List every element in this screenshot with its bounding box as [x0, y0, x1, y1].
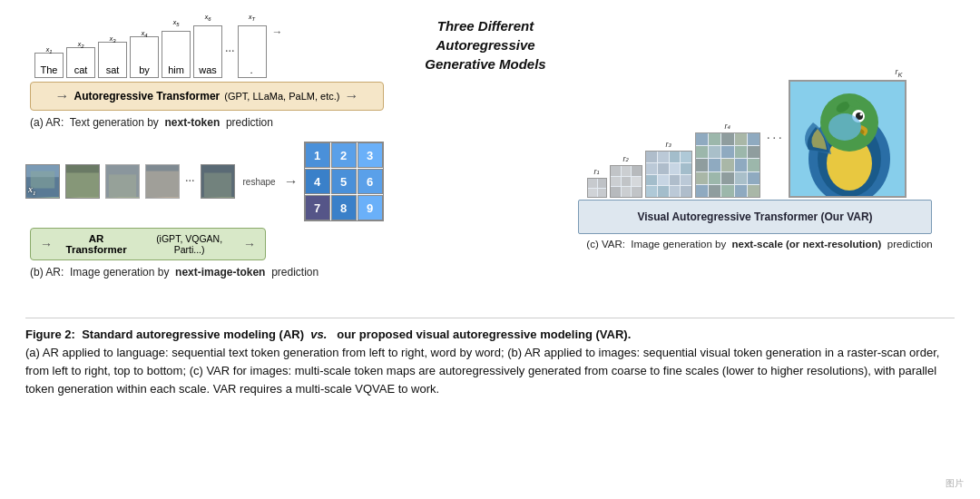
- title-area: Three Different Autoregressive Generativ…: [407, 16, 564, 73]
- svg-rect-8: [146, 171, 179, 197]
- caption-a-bold: next-token: [165, 116, 220, 129]
- label-r4: r₄: [695, 122, 760, 131]
- img-token-2: x2: [65, 164, 100, 199]
- transformer-b-sub: (iGPT, VQGAN, Parti...): [140, 233, 239, 255]
- image-token-row: x1 x1 x2 x3 x4 ···: [25, 142, 407, 221]
- img-token-3: x3: [105, 164, 140, 199]
- bottom-caption: Figure 2: Standard autoregressive modeli…: [25, 318, 955, 399]
- caption-b-end: prediction: [271, 266, 318, 279]
- token-super-t: xT: [249, 14, 255, 22]
- gc-7: 7: [305, 195, 330, 220]
- img-token-1: x1 x1: [25, 164, 60, 199]
- transformer-b-arrow-left: →: [40, 237, 53, 251]
- img-token-g: xg: [201, 164, 235, 199]
- svg-rect-6: [109, 174, 136, 197]
- token-the: x1 The: [34, 53, 64, 78]
- caption-a: (a) AR: Text generation by next-token pr…: [30, 116, 407, 129]
- figure-label: Figure 2:: [25, 328, 75, 341]
- token-super-2: x2: [78, 41, 84, 49]
- gc-9: 9: [358, 195, 383, 220]
- img-token-4: x4: [145, 164, 180, 199]
- label-r2: r₂: [610, 154, 642, 163]
- left-diagrams: x1 The x2 cat x3 sat x4: [25, 16, 407, 279]
- caption-c: (c) VAR: Image generation by next-scale …: [586, 239, 932, 250]
- scale-r3: r₃: [645, 140, 692, 198]
- var-visual: r₁ r₂: [578, 44, 941, 234]
- gc-5: 5: [331, 169, 357, 194]
- img-label-1: x1: [28, 184, 36, 197]
- transformer-b-arrow-right: →: [243, 237, 256, 251]
- caption-a-label: (a) AR:: [30, 116, 64, 129]
- token-dots: ···: [225, 44, 235, 59]
- token-cat: x2 cat: [66, 47, 95, 78]
- token-row-a: x1 The x2 cat x3 sat x4: [34, 25, 407, 78]
- caption-bold-part2: our proposed visual autoregressive model…: [337, 328, 631, 341]
- caption-b-bold: next-image-token: [175, 266, 265, 279]
- token-super-3: x3: [110, 35, 116, 44]
- label-rk: rK: [895, 67, 902, 79]
- diagram-title: Three Different Autoregressive Generativ…: [407, 16, 564, 73]
- token-was: x6 was: [193, 25, 222, 78]
- caption-vs: vs.: [310, 328, 327, 341]
- gc-2: 2: [331, 142, 357, 168]
- right-diagram: r₁ r₂: [564, 16, 955, 250]
- transformer-a-label: Autoregressive Transformer: [74, 90, 220, 103]
- diagram-b: x1 x1 x2 x3 x4 ···: [25, 142, 407, 279]
- box-r4: [695, 132, 760, 198]
- title-line2: Generative Models: [425, 56, 545, 72]
- svg-point-19: [828, 113, 861, 141]
- token-by: x4 by: [130, 36, 159, 78]
- caption-c-label: (c) VAR:: [586, 239, 625, 250]
- arrow-end-a: →: [272, 25, 283, 39]
- gc-8: 8: [331, 195, 357, 220]
- svg-rect-4: [66, 172, 99, 197]
- parrot-box: [789, 80, 906, 198]
- transformer-arrow: →: [55, 88, 70, 104]
- caption-c-end: prediction: [887, 239, 933, 250]
- reshape-arrow: →: [284, 173, 299, 190]
- gc-6: 6: [358, 169, 383, 194]
- box-r3: [645, 151, 692, 198]
- box-r1: [587, 178, 607, 198]
- token-sat-label: sat: [106, 64, 120, 75]
- diagram-a: x1 The x2 cat x3 sat x4: [25, 25, 407, 129]
- token-the-label: The: [41, 64, 58, 75]
- box-r2: [610, 165, 642, 198]
- scale-rk: rK: [789, 80, 906, 198]
- caption-b-label: (b) AR:: [30, 266, 64, 279]
- gc-3: 3: [358, 142, 383, 168]
- scale-stack: r₁ r₂: [587, 80, 906, 198]
- transformer-box-a: → Autoregressive Transformer (GPT, LLaMa…: [30, 82, 384, 111]
- token-super-5: x5: [173, 19, 180, 27]
- scale-dots: ···: [767, 132, 785, 146]
- token-him: x5 him: [162, 31, 191, 78]
- scale-r2: r₂: [610, 154, 642, 198]
- caption-text: (a) AR applied to language: sequential t…: [25, 346, 939, 396]
- token-cat-label: cat: [74, 64, 88, 75]
- token-super-1: x1: [46, 46, 53, 54]
- transformer-b-label: AR Transformer: [57, 233, 135, 255]
- token-super-4: x4: [142, 30, 148, 38]
- transformer-box-b: → AR Transformer (iGPT, VQGAN, Parti...)…: [30, 228, 266, 260]
- gc-1: 1: [305, 142, 330, 168]
- token-by-label: by: [139, 64, 150, 75]
- caption-b-text: Image generation by: [70, 266, 169, 279]
- caption-bold-part: Standard autoregressive modeling (AR): [82, 328, 304, 341]
- caption-c-bold: next-scale (or next-resolution): [732, 239, 882, 250]
- label-r1: r₁: [587, 167, 607, 176]
- grid-tokens: 1 2 3 4 5 6 7 8 9: [304, 142, 384, 221]
- reshape-label: reshape: [243, 177, 276, 187]
- title-line1: Three Different Autoregressive: [436, 18, 534, 53]
- main-container: x1 The x2 cat x3 sat x4: [0, 0, 980, 499]
- token-sat: x3 sat: [98, 42, 127, 78]
- transformer-b-row: → AR Transformer (iGPT, VQGAN, Parti...)…: [25, 228, 407, 260]
- caption-a-end: prediction: [226, 116, 273, 129]
- scale-r1: r₁: [587, 167, 607, 198]
- caption-b: (b) AR: Image generation by next-image-t…: [30, 266, 407, 279]
- token-super-6: x6: [205, 14, 211, 22]
- label-r3: r₃: [645, 140, 692, 149]
- transformer-arrow2: →: [344, 88, 358, 104]
- gc-4: 4: [305, 169, 330, 194]
- token-him-label: him: [168, 64, 184, 75]
- svg-point-18: [859, 113, 862, 116]
